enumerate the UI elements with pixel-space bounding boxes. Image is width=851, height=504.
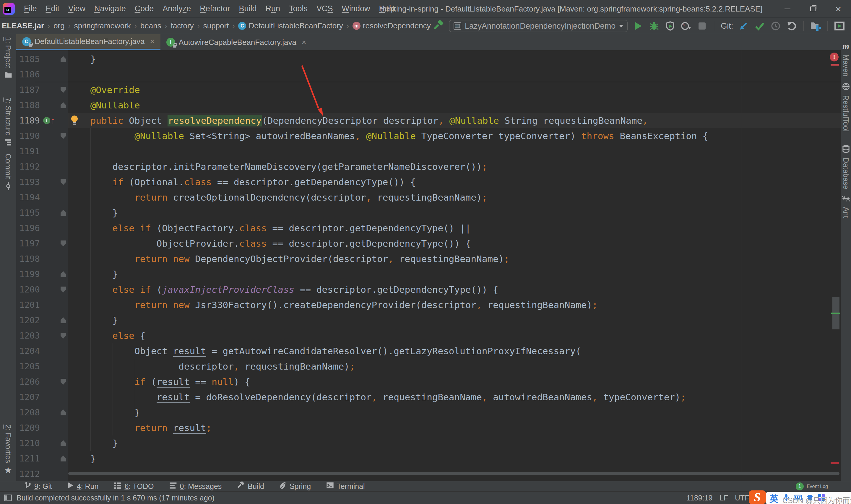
run-configuration-select[interactable]: LazyAnnotationDependencyInjectionDemo xyxy=(449,20,628,32)
breadcrumb-item-elease-jar[interactable]: ELEASE.jar xyxy=(2,21,44,31)
code-line-1197[interactable]: 1197 ObjectProvider.class == descriptor.… xyxy=(16,236,841,251)
coverage-button[interactable] xyxy=(665,21,675,31)
tool-stripe-button-database[interactable]: Database xyxy=(841,145,851,190)
code-line-1200[interactable]: 1200 else if (javaxInjectProviderClass =… xyxy=(16,282,841,297)
menu-item-build[interactable]: Build xyxy=(234,4,261,13)
code-line-1195[interactable]: 1195 } xyxy=(16,205,841,220)
toolwindow-button-spring[interactable]: Spring xyxy=(279,482,311,491)
menu-item-window[interactable]: Window xyxy=(338,4,375,13)
ime-logo[interactable]: S xyxy=(749,490,766,504)
fold-marker-icon[interactable] xyxy=(60,317,66,323)
build-hammer-icon[interactable] xyxy=(433,21,444,31)
maximize-button[interactable] xyxy=(800,0,826,18)
run-anything-button[interactable] xyxy=(834,21,845,31)
code-line-1188[interactable]: 1188 @Nullable xyxy=(16,97,841,113)
tab-autowirecapablebeanfactory[interactable]: I AutowireCapableBeanFactory.java × xyxy=(160,34,312,50)
code-line-1187[interactable]: 1187 @Override xyxy=(16,82,841,97)
overrides-method-icon[interactable]: ↑ xyxy=(51,117,55,124)
error-stripe-mark[interactable] xyxy=(831,462,839,464)
commit-button[interactable] xyxy=(754,21,765,31)
code-line-1199[interactable]: 1199 } xyxy=(16,267,841,282)
fold-marker-icon[interactable] xyxy=(60,179,66,185)
fold-marker-icon[interactable] xyxy=(60,87,66,93)
menu-item-refactor[interactable]: Refactor xyxy=(195,4,234,13)
code-line-1196[interactable]: 1196 else if (ObjectFactory.class == des… xyxy=(16,220,841,236)
breadcrumb-item-resolvedependency[interactable]: mresolveDependency xyxy=(352,21,431,31)
run-button[interactable] xyxy=(633,21,644,31)
menu-item-tools[interactable]: Tools xyxy=(285,4,312,13)
fold-marker-icon[interactable] xyxy=(60,332,66,339)
minimize-button[interactable] xyxy=(775,0,800,18)
fold-marker-icon[interactable] xyxy=(60,102,66,108)
code-line-1203[interactable]: 1203 else { xyxy=(16,328,841,343)
code-line-1208[interactable]: 1208 } xyxy=(16,405,841,420)
code-line-1198[interactable]: 1198 return new DependencyObjectProvider… xyxy=(16,251,841,267)
code-line-1205[interactable]: 1205 descriptor, requestingBeanName); xyxy=(16,359,841,374)
profiler-button[interactable] xyxy=(681,21,691,31)
code-line-1193[interactable]: 1193 if (Optional.class == descriptor.ge… xyxy=(16,174,841,190)
code-editor[interactable]: 1185 }11861187 @Override1188 @Nullable11… xyxy=(16,50,841,481)
fold-marker-icon[interactable] xyxy=(60,455,66,462)
code-line-1206[interactable]: 1206 if (result == null) { xyxy=(16,374,841,389)
fold-marker-icon[interactable] xyxy=(60,133,66,139)
fold-marker-icon[interactable] xyxy=(60,440,66,446)
menu-item-edit[interactable]: Edit xyxy=(41,4,64,13)
intention-bulb-icon[interactable] xyxy=(70,115,79,126)
code-line-1201[interactable]: 1201 return new Jsr330Factory().createDe… xyxy=(16,297,841,312)
menu-item-navigate[interactable]: Navigate xyxy=(90,4,130,13)
tab-defaultlistablebeanfactory[interactable]: C DefaultListableBeanFactory.java × xyxy=(16,34,160,50)
fold-marker-icon[interactable] xyxy=(60,271,66,277)
toolwindow-button-build[interactable]: Build xyxy=(237,482,264,491)
fold-marker-icon[interactable] xyxy=(60,240,66,246)
fold-marker-icon[interactable] xyxy=(60,210,66,216)
menu-item-view[interactable]: View xyxy=(64,4,90,13)
code-line-1211[interactable]: 1211 } xyxy=(16,451,841,466)
error-stripe-mark[interactable] xyxy=(831,64,839,66)
toolwindow-toggle-icon[interactable] xyxy=(4,494,12,501)
tool-stripe-button-2-favorites[interactable]: 2: Favorites★ xyxy=(0,425,16,475)
tool-stripe-button-ant[interactable]: Ant xyxy=(841,195,851,218)
fold-marker-icon[interactable] xyxy=(60,379,66,385)
error-indicator[interactable]: ! xyxy=(830,53,838,61)
tool-stripe-button-maven[interactable]: mMaven xyxy=(841,41,851,76)
breadcrumb-item-beans[interactable]: beans xyxy=(140,21,161,31)
close-button[interactable]: × xyxy=(826,0,851,18)
tool-stripe-button-1-project[interactable]: 1: Project xyxy=(0,37,16,80)
breadcrumb-item-org[interactable]: org xyxy=(53,21,65,31)
toolwindow-button-6-todo[interactable]: 6: TODO xyxy=(114,482,153,491)
tool-stripe-button-restfultool[interactable]: RestfulTool xyxy=(841,83,851,132)
code-line-1189[interactable]: 1189I↑ public Object resolveDependency(D… xyxy=(16,113,841,128)
ime-language-indicator[interactable]: 英 xyxy=(769,491,778,504)
fold-marker-icon[interactable] xyxy=(60,287,66,292)
tab-close-icon[interactable]: × xyxy=(150,37,154,46)
fold-marker-icon[interactable] xyxy=(60,410,66,415)
menu-item-code[interactable]: Code xyxy=(130,4,158,13)
menu-item-file[interactable]: File xyxy=(19,4,41,13)
line-separator[interactable]: LF xyxy=(720,491,728,504)
breadcrumb-item-defaultlistablebeanfactory[interactable]: CDefaultListableBeanFactory xyxy=(238,21,343,31)
code-line-1186[interactable]: 1186 xyxy=(16,67,841,82)
menu-item-run[interactable]: Run xyxy=(261,4,285,13)
code-line-1209[interactable]: 1209 return result; xyxy=(16,420,841,435)
tool-stripe-button-7-structure[interactable]: 7: Structure xyxy=(0,97,16,147)
breadcrumb-item-factory[interactable]: factory xyxy=(171,21,194,31)
event-log-button[interactable]: 1 Event Log xyxy=(796,481,828,491)
menu-item-vcs[interactable]: VCS xyxy=(312,4,338,13)
code-line-1185[interactable]: 1185 } xyxy=(16,51,841,67)
code-line-1204[interactable]: 1204 Object result = getAutowireCandidat… xyxy=(16,343,841,359)
toolwindow-button-0-messages[interactable]: 0: Messages xyxy=(169,482,222,491)
rollback-button[interactable] xyxy=(786,21,797,31)
file-encoding[interactable]: UTF xyxy=(735,491,749,504)
fold-marker-icon[interactable] xyxy=(60,56,66,62)
implementing-method-icon[interactable]: I xyxy=(43,117,50,124)
update-project-button[interactable] xyxy=(738,21,749,31)
debug-button[interactable] xyxy=(649,21,659,31)
code-line-1210[interactable]: 1210 } xyxy=(16,435,841,451)
horizontal-scrollbar[interactable] xyxy=(68,472,839,475)
code-line-1192[interactable]: 1192 descriptor.initParameterNameDiscove… xyxy=(16,159,841,174)
tool-stripe-button-commit[interactable]: Commit xyxy=(0,154,16,192)
toolwindow-button-4-run[interactable]: 4: Run xyxy=(67,482,99,491)
code-line-1191[interactable]: 1191 xyxy=(16,144,841,159)
tab-close-icon[interactable]: × xyxy=(302,38,306,47)
caret-position[interactable]: 1189:19 xyxy=(686,491,713,504)
